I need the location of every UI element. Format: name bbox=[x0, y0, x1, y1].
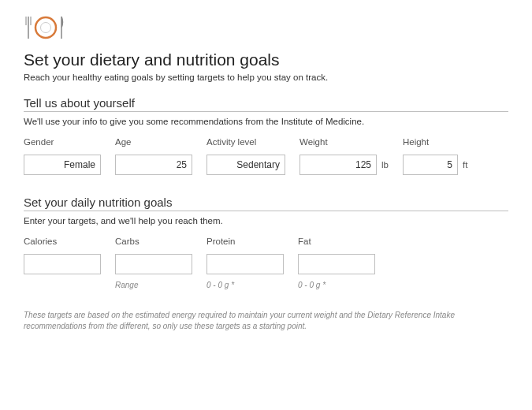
page-title: Set your dietary and nutrition goals bbox=[24, 50, 508, 69]
height-input[interactable]: 5 bbox=[403, 155, 458, 175]
protein-input[interactable] bbox=[206, 254, 284, 274]
calories-input[interactable] bbox=[24, 254, 101, 274]
nutrition-goals-row: Calories Carbs Range Protein 0 - 0 g * F… bbox=[24, 237, 508, 289]
weight-label: Weight bbox=[299, 137, 389, 147]
carbs-field: Carbs Range bbox=[115, 237, 192, 289]
carbs-input[interactable] bbox=[115, 254, 192, 274]
plate-icon bbox=[24, 14, 508, 41]
about-yourself-row: Gender Female Age 25 Activity level Sede… bbox=[24, 137, 508, 175]
section1-heading: Tell us about yourself bbox=[24, 96, 508, 112]
calories-label: Calories bbox=[24, 237, 101, 246]
disclaimer-text: These targets are based on the estimated… bbox=[24, 310, 508, 331]
activity-label: Activity level bbox=[206, 137, 285, 147]
gender-input[interactable]: Female bbox=[24, 155, 101, 175]
protein-hint: 0 - 0 g * bbox=[206, 281, 284, 289]
protein-label: Protein bbox=[206, 237, 284, 246]
fat-label: Fat bbox=[298, 237, 375, 246]
page-intro: Reach your healthy eating goals by setti… bbox=[24, 73, 508, 82]
protein-field: Protein 0 - 0 g * bbox=[206, 237, 284, 289]
section2-heading: Set your daily nutrition goals bbox=[24, 196, 508, 211]
age-input[interactable]: 25 bbox=[115, 155, 192, 175]
age-field: Age 25 bbox=[115, 137, 192, 175]
weight-field: Weight 125 lb bbox=[299, 137, 389, 175]
height-label: Height bbox=[403, 137, 467, 147]
carbs-hint: Range bbox=[115, 281, 192, 289]
carbs-label: Carbs bbox=[115, 237, 192, 246]
height-unit: ft bbox=[463, 160, 467, 170]
svg-point-3 bbox=[35, 17, 56, 38]
fat-field: Fat 0 - 0 g * bbox=[298, 237, 375, 289]
height-field: Height 5 ft bbox=[403, 137, 467, 175]
section1-desc: We'll use your info to give you some rec… bbox=[24, 117, 508, 126]
gender-label: Gender bbox=[24, 137, 101, 147]
fat-hint: 0 - 0 g * bbox=[298, 281, 375, 289]
age-label: Age bbox=[115, 137, 192, 147]
gender-field: Gender Female bbox=[24, 137, 101, 175]
weight-unit: lb bbox=[381, 160, 389, 170]
weight-input[interactable]: 125 bbox=[299, 155, 377, 175]
activity-input[interactable]: Sedentary bbox=[206, 155, 285, 175]
calories-field: Calories bbox=[24, 237, 101, 289]
section2-desc: Enter your targets, and we'll help you r… bbox=[24, 216, 508, 226]
activity-field: Activity level Sedentary bbox=[206, 137, 285, 175]
fat-input[interactable] bbox=[298, 254, 375, 274]
